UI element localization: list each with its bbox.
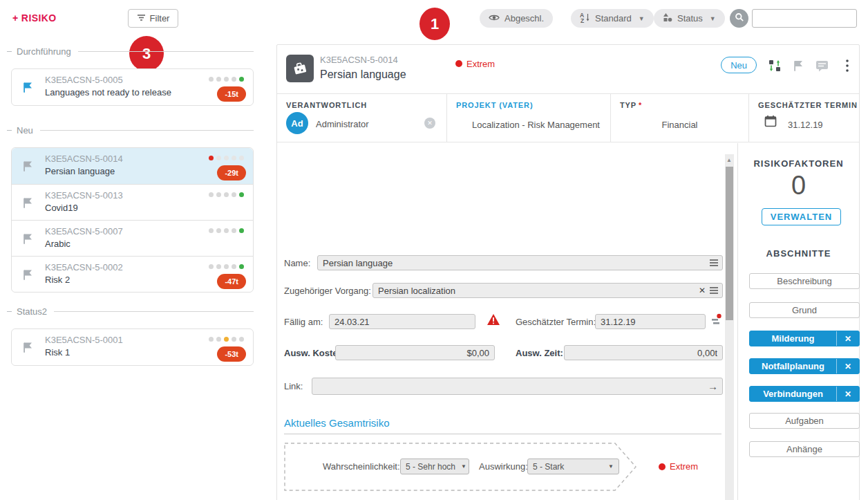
risk-result-dot <box>659 463 666 470</box>
section-button-aufgaben[interactable]: Aufgaben <box>749 413 860 429</box>
estimate-value: 31.12.19 <box>788 120 823 130</box>
group-header[interactable]: Neu <box>7 124 254 136</box>
risk-item-title: Persian language <box>45 166 115 176</box>
baseline-alert-icon[interactable] <box>711 313 722 328</box>
delay-badge: -15t <box>217 86 246 102</box>
search-button[interactable] <box>730 9 748 28</box>
name-input[interactable] <box>318 256 710 270</box>
impact-time-input-wrap <box>564 345 723 360</box>
section-remove-icon[interactable]: ✕ <box>837 334 859 344</box>
project-label[interactable]: PROJEKT (VATER) <box>456 101 534 109</box>
risk-item-id: K3E5ACSN-5-0002 <box>45 262 123 272</box>
chevron-down-icon: ▼ <box>639 15 645 22</box>
scrollbar-thumb[interactable] <box>726 167 733 320</box>
detail-header: K3E5ACSN-5-0014 Persian language Extrem … <box>277 45 859 94</box>
manage-risk-factors-button[interactable]: VERWALTEN <box>762 208 841 225</box>
risk-card-group: K3E5ACSN-5-0005Languages not ready to re… <box>11 68 254 106</box>
project-value: Localization - Risk Management <box>472 120 600 130</box>
estimate-date-input[interactable] <box>596 315 705 328</box>
open-link-arrow-icon[interactable]: → <box>708 380 718 392</box>
group-divider <box>78 51 254 52</box>
status-pill[interactable]: Neu <box>721 57 757 73</box>
risk-result-label: Extrem <box>670 461 698 472</box>
risk-item-id: K3E5ACSN-5-0001 <box>45 335 123 345</box>
due-date-label: Fällig am: <box>284 317 323 327</box>
clear-responsible-icon[interactable]: ✕ <box>424 118 435 129</box>
impact-select[interactable]: 5 - Stark▼ <box>527 459 619 474</box>
comment-icon[interactable] <box>815 59 829 73</box>
group-header[interactable]: Durchführung <box>7 46 254 57</box>
collapse-icon[interactable] <box>7 311 12 312</box>
status-dots <box>209 264 244 269</box>
workflow-transition-icon[interactable] <box>768 59 782 73</box>
delay-badge: -29t <box>217 165 246 180</box>
group-label: Durchführung <box>17 46 71 57</box>
risk-list-item[interactable]: K3E5ACSN-5-0002Risk 2-47t <box>12 256 253 292</box>
flag-icon <box>22 160 33 175</box>
risk-item-id: K3E5ACSN-5-0005 <box>45 75 123 85</box>
group-header[interactable]: Status2 <box>7 306 254 317</box>
section-button-verbindungen[interactable]: Verbindungen✕ <box>749 386 860 402</box>
flag-icon <box>22 233 33 248</box>
vertical-scrollbar[interactable]: ▲ <box>725 154 734 500</box>
sort-az-icon: AZ <box>580 12 590 25</box>
related-task-input[interactable] <box>373 284 699 297</box>
estimate-date-input-wrap <box>595 314 706 329</box>
severity-dot <box>455 60 462 67</box>
chevron-down-icon: ▼ <box>710 15 716 22</box>
section-remove-icon[interactable]: ✕ <box>837 362 859 371</box>
section-button-beschreibung[interactable]: Beschreibung <box>749 273 860 289</box>
type-field: TYP* Financial <box>610 94 748 142</box>
section-button-milderung[interactable]: Milderung✕ <box>749 331 860 346</box>
clear-x-icon[interactable]: ✕ <box>699 286 706 295</box>
link-input[interactable] <box>312 378 708 394</box>
risk-list-item[interactable]: K3E5ACSN-5-0013Covid19 <box>12 184 253 220</box>
responsible-label: VERANTWORTLICH <box>286 101 367 109</box>
search-input[interactable] <box>753 10 868 27</box>
collapse-icon[interactable] <box>7 51 12 52</box>
risk-list-item[interactable]: K3E5ACSN-5-0001Risk 1-53t <box>12 329 253 365</box>
due-date-input[interactable] <box>330 315 475 328</box>
abgeschl-label: Abgeschl. <box>504 13 544 24</box>
text-menu-icon[interactable] <box>710 287 718 294</box>
risk-title: Persian language <box>320 68 406 81</box>
flag-icon[interactable] <box>791 59 805 73</box>
avatar: Ad <box>286 112 308 134</box>
section-button-notfallplanung[interactable]: Notfallplanung✕ <box>749 358 860 374</box>
risk-group: DurchführungK3E5ACSN-5-0005Languages not… <box>7 46 254 106</box>
scroll-up-icon[interactable]: ▲ <box>726 157 732 163</box>
kebab-menu-icon[interactable] <box>842 59 852 73</box>
group-divider <box>40 130 254 131</box>
detail-right-rail: RISIKOFAKTOREN 0 VERWALTEN ABSCHNITTE Be… <box>738 143 859 500</box>
group-by-status-dropdown[interactable]: Status ▼ <box>654 9 725 28</box>
risk-card-group: K3E5ACSN-5-0001Risk 1-53t <box>11 328 254 366</box>
text-menu-icon[interactable] <box>710 259 718 266</box>
section-button-label: Verbindungen <box>750 387 837 401</box>
risk-factors-label: RISIKOFAKTOREN <box>738 158 859 169</box>
risk-list-item[interactable]: K3E5ACSN-5-0007Arabic <box>12 220 253 256</box>
probability-select[interactable]: 5 - Sehr hoch▼ <box>400 459 469 474</box>
group-divider <box>54 311 254 312</box>
link-label: Link: <box>284 381 303 391</box>
collapse-icon[interactable] <box>7 130 12 131</box>
impact-cost-input[interactable] <box>336 346 494 360</box>
project-field: PROJEKT (VATER) Localization - Risk Mana… <box>446 94 610 142</box>
risk-type-icon <box>286 55 314 82</box>
svg-text:Z: Z <box>581 17 584 23</box>
section-button-label: Aufgaben <box>750 416 859 426</box>
section-button-label: Notfallplanung <box>750 359 837 373</box>
risk-list-item[interactable]: K3E5ACSN-5-0005Languages not ready to re… <box>12 69 253 105</box>
risk-item-title: Risk 2 <box>45 275 70 285</box>
section-button-anhänge[interactable]: Anhänge <box>749 441 860 457</box>
abgeschl-toggle[interactable]: Abgeschl. <box>480 9 553 28</box>
section-button-label: Milderung <box>750 331 837 346</box>
risk-list-item[interactable]: K3E5ACSN-5-0014Persian language-29t <box>12 148 253 184</box>
annotation-marker-1: 1 <box>419 8 450 40</box>
impact-time-input[interactable] <box>565 346 722 360</box>
section-button-grund[interactable]: Grund <box>749 302 860 318</box>
risk-list-sidebar: DurchführungK3E5ACSN-5-0005Languages not… <box>0 0 276 500</box>
sort-dropdown[interactable]: AZ Standard ▼ <box>571 9 654 28</box>
status-dots <box>209 228 244 233</box>
section-remove-icon[interactable]: ✕ <box>837 389 859 399</box>
section-button-label: Beschreibung <box>750 276 859 286</box>
